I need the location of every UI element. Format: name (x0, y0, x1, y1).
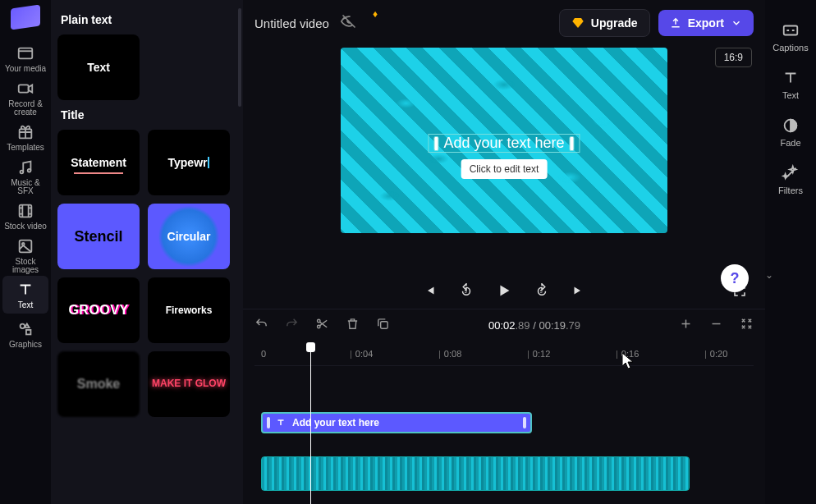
prop-label: Text (782, 90, 799, 100)
nav-label: Music & SFX (2, 179, 48, 195)
undo-icon[interactable] (254, 317, 268, 334)
nav-label: Stock images (2, 258, 48, 274)
duplicate-icon[interactable] (376, 317, 390, 334)
clip-label: Add your text here (292, 417, 379, 428)
nav-templates[interactable]: Templates (2, 118, 48, 156)
timeline-ruler[interactable]: 0 0:04 0:08 0:12 0:16 0:20 (254, 341, 754, 366)
ruler-tick: 0:08 (438, 349, 461, 359)
text-style-statement[interactable]: Statement (57, 130, 140, 195)
prop-text[interactable]: Text (768, 62, 814, 107)
timeline[interactable]: 0 0:04 0:08 0:12 0:16 0:20 Add your text… (243, 341, 765, 504)
thumb-label: Stencil (74, 228, 122, 245)
right-properties-rail: Captions Text Fade Filters (765, 0, 816, 504)
forward-5-icon[interactable]: 5 (534, 283, 549, 301)
project-title[interactable]: Untitled video (254, 16, 329, 30)
text-clip[interactable]: Add your text here (261, 412, 532, 433)
top-bar: Untitled video ♦ Upgrade Export (243, 0, 765, 46)
text-style-glow[interactable]: MAKE IT GLOW (148, 351, 230, 417)
ruler-tick: 0:16 (616, 349, 639, 359)
playhead[interactable] (310, 345, 311, 504)
prop-label: Fade (780, 138, 800, 148)
ruler-tick: 0:12 (527, 349, 550, 359)
timeline-text-track[interactable]: Add your text here (254, 412, 754, 450)
split-scissors-icon[interactable] (315, 317, 329, 334)
nav-your-media[interactable]: Your media (2, 39, 48, 77)
thumb-label: Circular (167, 230, 211, 243)
prop-captions[interactable]: Captions (768, 15, 814, 59)
text-element-selected[interactable]: Add your text here (428, 134, 580, 153)
visibility-off-icon[interactable] (341, 13, 357, 33)
nav-label: Stock video (4, 222, 47, 231)
prop-filters[interactable]: Filters (768, 158, 814, 202)
text-style-circular[interactable]: Circular (148, 204, 230, 269)
canvas-text-content: Add your text here (443, 135, 564, 152)
nav-label: Record & create (2, 100, 48, 117)
main-editor-area: Untitled video ♦ Upgrade Export 16:9 Add… (243, 0, 765, 504)
svg-rect-14 (381, 322, 388, 329)
text-style-typewriter[interactable]: Typewr (148, 130, 230, 195)
panel-scrollbar[interactable] (238, 8, 241, 107)
shapes-icon (16, 320, 34, 338)
ruler-tick: 0:04 (350, 349, 373, 359)
thumb-label: Smoke (77, 377, 120, 392)
film-icon (16, 202, 34, 220)
redo-icon[interactable] (285, 317, 299, 334)
music-icon (16, 158, 34, 176)
play-button[interactable] (495, 282, 513, 303)
rewind-5-icon[interactable]: 5 (459, 283, 474, 301)
svg-rect-9 (26, 329, 30, 334)
svg-point-13 (317, 325, 320, 328)
text-style-groovy[interactable]: GROOVY (57, 277, 140, 343)
nav-label: Text (18, 301, 33, 309)
timeline-empty-track[interactable] (254, 373, 754, 405)
aspect-ratio-button[interactable]: 16:9 (715, 48, 752, 67)
skip-start-icon[interactable] (423, 283, 438, 301)
prop-fade[interactable]: Fade (768, 110, 814, 154)
text-style-stencil[interactable]: Stencil (57, 204, 140, 269)
svg-rect-5 (20, 204, 32, 217)
help-button[interactable]: ? (721, 264, 749, 292)
timeline-video-track[interactable] (254, 456, 754, 494)
nav-label: Graphics (9, 341, 42, 349)
text-style-smoke[interactable]: Smoke (57, 351, 140, 417)
zoom-in-icon[interactable] (679, 317, 693, 334)
collapse-props-icon[interactable]: ⌄ (765, 269, 773, 281)
nav-label: Templates (7, 144, 44, 152)
thumb-label: MAKE IT GLOW (152, 378, 226, 389)
thumb-label: Fireworks (166, 305, 213, 316)
svg-point-4 (28, 168, 31, 172)
upgrade-button[interactable]: Upgrade (559, 9, 650, 37)
zoom-out-icon[interactable] (709, 317, 723, 334)
image-icon (16, 237, 34, 255)
panel-section-heading: Plain text (61, 13, 233, 26)
nav-music-sfx[interactable]: Music & SFX (2, 158, 48, 195)
nav-text[interactable]: Text (2, 276, 48, 314)
captions-icon (782, 21, 800, 39)
fade-icon (782, 117, 800, 135)
delete-trash-icon[interactable] (346, 317, 360, 334)
svg-point-12 (317, 319, 320, 323)
text-style-plain[interactable]: Text (57, 34, 140, 100)
text-styles-panel: Plain text Text Title Statement Typewr S… (51, 0, 243, 504)
skip-end-icon[interactable] (571, 283, 585, 301)
video-canvas[interactable]: Add your text here Click to edit text (341, 48, 667, 233)
zoom-fit-icon[interactable] (740, 317, 754, 334)
app-logo-icon[interactable] (11, 4, 40, 30)
export-button[interactable]: Export (658, 10, 754, 36)
prop-label: Filters (778, 186, 803, 195)
text-style-fireworks[interactable]: Fireworks (148, 277, 230, 343)
nav-stock-images[interactable]: Stock images (2, 236, 48, 274)
clip-trim-left[interactable] (267, 417, 270, 428)
nav-stock-video[interactable]: Stock video (2, 197, 48, 235)
resize-handle-right[interactable] (570, 136, 575, 151)
resize-handle-left[interactable] (433, 136, 438, 151)
ruler-tick: 0:20 (704, 349, 727, 359)
clip-trim-right[interactable] (523, 417, 526, 428)
nav-graphics[interactable]: Graphics (2, 315, 48, 353)
thumb-label: GROOVY (68, 303, 128, 318)
text-icon (16, 281, 34, 299)
video-clip[interactable] (261, 456, 690, 491)
edit-tooltip: Click to edit text (461, 159, 548, 179)
nav-record-create[interactable]: Record & create (2, 79, 48, 117)
panel-section-heading: Title (61, 108, 233, 121)
